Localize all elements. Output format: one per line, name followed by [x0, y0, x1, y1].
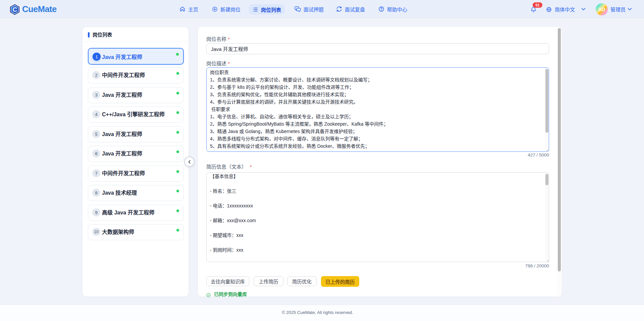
svg-text:C: C [13, 6, 17, 13]
